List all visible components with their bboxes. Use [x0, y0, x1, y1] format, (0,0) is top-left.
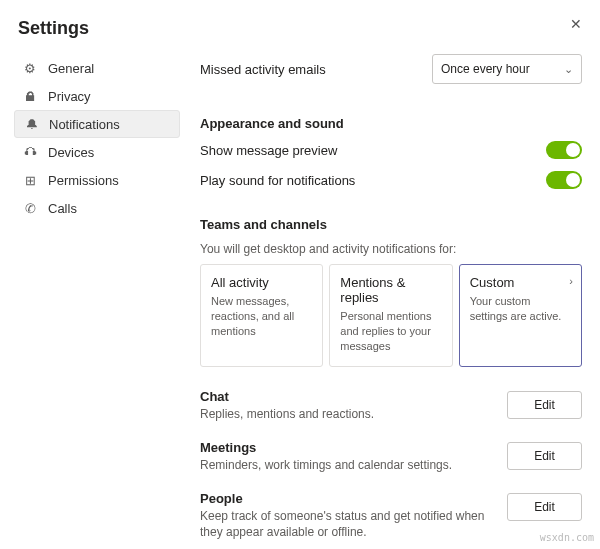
card-all-activity[interactable]: All activity New messages, reactions, an…	[200, 264, 323, 367]
sidebar: ⚙ General 🔒︎ Privacy 🔔︎ Notifications 🎧︎…	[0, 50, 190, 549]
select-value: Once every hour	[441, 62, 530, 76]
content-area: Missed activity emails Once every hour ⌄…	[190, 50, 600, 549]
teams-subheading: You will get desktop and activity notifi…	[200, 242, 582, 256]
teams-heading: Teams and channels	[200, 217, 582, 232]
appearance-heading: Appearance and sound	[200, 116, 582, 131]
sidebar-item-label: General	[48, 61, 94, 76]
sidebar-item-label: Permissions	[48, 173, 119, 188]
sidebar-item-label: Privacy	[48, 89, 91, 104]
missed-activity-select[interactable]: Once every hour ⌄	[432, 54, 582, 84]
play-sound-toggle[interactable]	[546, 171, 582, 189]
sidebar-item-privacy[interactable]: 🔒︎ Privacy	[14, 82, 180, 110]
show-preview-toggle[interactable]	[546, 141, 582, 159]
play-sound-row: Play sound for notifications	[200, 171, 582, 189]
missed-activity-label: Missed activity emails	[200, 62, 326, 77]
show-preview-label: Show message preview	[200, 143, 337, 158]
show-preview-row: Show message preview	[200, 141, 582, 159]
edit-button-people[interactable]: Edit	[507, 493, 582, 521]
section-meetings: Meetings Reminders, work timings and cal…	[200, 440, 582, 473]
lock-icon: 🔒︎	[22, 89, 38, 104]
card-title: Mentions & replies	[340, 275, 441, 305]
section-sub: Reminders, work timings and calendar set…	[200, 457, 493, 473]
page-title: Settings	[18, 18, 89, 39]
missed-activity-row: Missed activity emails Once every hour ⌄	[200, 54, 582, 84]
section-sub: Keep track of someone's status and get n…	[200, 508, 493, 540]
card-title: All activity	[211, 275, 312, 290]
bell-icon: 🔔︎	[23, 117, 39, 132]
card-title: Custom	[470, 275, 571, 290]
card-sub: Personal mentions and replies to your me…	[340, 309, 441, 354]
phone-icon: ✆	[22, 201, 38, 216]
sidebar-item-devices[interactable]: 🎧︎ Devices	[14, 138, 180, 166]
gear-icon: ⚙	[22, 61, 38, 76]
section-chat: Chat Replies, mentions and reactions. Ed…	[200, 389, 582, 422]
card-custom[interactable]: › Custom Your custom settings are active…	[459, 264, 582, 367]
edit-button-meetings[interactable]: Edit	[507, 442, 582, 470]
watermark: wsxdn.com	[540, 532, 594, 543]
section-text: People Keep track of someone's status an…	[200, 491, 493, 540]
section-sub: Replies, mentions and reactions.	[200, 406, 493, 422]
edit-button-chat[interactable]: Edit	[507, 391, 582, 419]
section-text: Chat Replies, mentions and reactions.	[200, 389, 493, 422]
play-sound-label: Play sound for notifications	[200, 173, 355, 188]
section-title: Chat	[200, 389, 493, 404]
sidebar-item-label: Devices	[48, 145, 94, 160]
sidebar-item-label: Notifications	[49, 117, 120, 132]
headset-icon: 🎧︎	[22, 145, 38, 160]
card-sub: Your custom settings are active.	[470, 294, 571, 324]
sidebar-item-label: Calls	[48, 201, 77, 216]
teams-cards: All activity New messages, reactions, an…	[200, 264, 582, 367]
card-sub: New messages, reactions, and all mention…	[211, 294, 312, 339]
chevron-down-icon: ⌄	[564, 63, 573, 76]
main-layout: ⚙ General 🔒︎ Privacy 🔔︎ Notifications 🎧︎…	[0, 50, 600, 549]
close-icon[interactable]: ✕	[566, 12, 586, 36]
section-people: People Keep track of someone's status an…	[200, 491, 582, 540]
section-title: People	[200, 491, 493, 506]
sidebar-item-notifications[interactable]: 🔔︎ Notifications	[14, 110, 180, 138]
section-title: Meetings	[200, 440, 493, 455]
chevron-right-icon: ›	[569, 275, 573, 287]
sidebar-item-general[interactable]: ⚙ General	[14, 54, 180, 82]
card-mentions-replies[interactable]: Mentions & replies Personal mentions and…	[329, 264, 452, 367]
sidebar-item-permissions[interactable]: ⊞ Permissions	[14, 166, 180, 194]
section-text: Meetings Reminders, work timings and cal…	[200, 440, 493, 473]
sidebar-item-calls[interactable]: ✆ Calls	[14, 194, 180, 222]
grid-icon: ⊞	[22, 173, 38, 188]
